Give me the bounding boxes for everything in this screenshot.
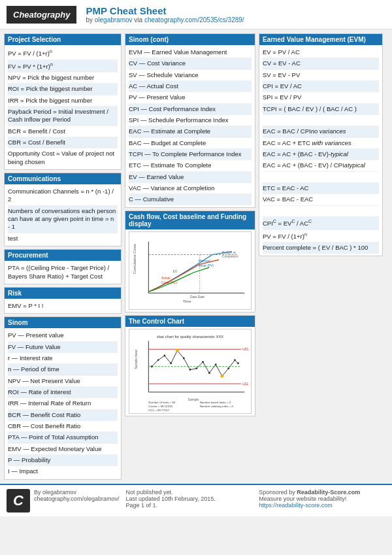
header: Cheatography PMP Cheat Sheet by olegabra… <box>0 0 392 29</box>
row-cbr: CBR = Cost / Benefit <box>8 137 118 148</box>
row-bcr: BCR = Benefit / Cost <box>8 126 118 137</box>
svg-text:EV: EV <box>173 270 178 273</box>
row-etc: ETC = EAC - AC <box>263 183 379 194</box>
row-vac: VAC = BAC - EAC <box>263 194 379 205</box>
section-procurement: Procurement PTA = ((Ceiling Price - Targ… <box>4 249 122 284</box>
url-link[interactable]: cheatography.com/20535/cs/3289/ <box>144 16 244 24</box>
row-sc-sv: SV — Schedule Variance <box>129 70 252 81</box>
footer-published: Not published yet. <box>125 489 252 496</box>
svg-text:Data Date: Data Date <box>190 295 204 299</box>
svg-text:Value (PV): Value (PV) <box>199 264 214 267</box>
row-s-cbr: CBR — Cost Benefit Ratio <box>8 421 118 432</box>
section-communications-body: Communication Channels = n * (n -1) / 2 … <box>5 184 121 246</box>
row-irr: IRR = Pick the biggest number <box>8 95 118 107</box>
row-eac-atypical: EAC = AC + (BAC - EV) / CPIatypical <box>263 160 379 171</box>
row-percent-complete: Percent complete = ( EV / BAC ) * 100 <box>263 243 379 253</box>
row-comm-conv: Numbers of conversations each person can… <box>8 206 118 233</box>
row-test: test <box>8 233 118 244</box>
svg-text:Sample mean: Sample mean <box>135 349 138 369</box>
row-npv: NPV = Pick the biggest number <box>8 73 118 84</box>
section-cashflow-header: Cash flow, Cost baseline and Funding dis… <box>125 211 255 229</box>
svg-point-31 <box>170 362 172 364</box>
page: Cheatography PMP Cheat Sheet by olegabra… <box>0 0 392 516</box>
row-spi: SPI = EV / PV <box>263 92 379 103</box>
cashflow-svg: Cumulative Costs Time Budget at Completi… <box>129 232 251 309</box>
svg-point-35 <box>202 361 204 363</box>
svg-text:Actual: Actual <box>161 277 171 280</box>
row-s-fv: FV — Future Value <box>8 342 118 353</box>
footer-sponsor-label: Sponsored by Readability-Score.com <box>259 489 385 496</box>
row-cv-evac: CV = EV - AC <box>263 58 379 69</box>
col-left: Project Selection PV = FV / (1+r)n FV = … <box>4 33 122 480</box>
control-chart-svg: xbar chart for quality characteristic XX… <box>129 329 251 413</box>
row-sc-bac: BAC — Budget at Complete <box>129 138 252 149</box>
row-sc-c: C — Cumulative <box>129 194 252 205</box>
svg-point-27 <box>221 375 224 378</box>
svg-point-34 <box>195 367 197 369</box>
footer-sponsor-link[interactable]: https://readability-score.com <box>259 502 333 509</box>
section-control-chart-header: The Control Chart <box>125 316 255 327</box>
section-project-selection: Project Selection PV = FV / (1+r)n FV = … <box>4 33 122 170</box>
svg-text:LCL: LCL <box>242 382 248 386</box>
row-comm-channels: Communication Channels = n * (n -1) / 2 <box>8 186 118 206</box>
row-spacer2 <box>263 172 379 183</box>
svg-text:Number violating rules = 4: Number violating rules = 4 <box>200 405 234 408</box>
row-s-pta: PTA — Point of Total Assumption <box>8 432 118 443</box>
section-control-chart-body: xbar chart for quality characteristic XX… <box>125 327 255 416</box>
row-emv: EMV = P * I ! <box>8 301 118 311</box>
row-sc-pv2: PV — Present Value <box>129 92 252 103</box>
section-procurement-header: Procurement <box>5 250 121 261</box>
row-s-n: n — Period of time <box>8 364 118 375</box>
row-s-i: I — Impact <box>8 466 118 477</box>
section-sinom-body: PV — Present value FV — Future Value r —… <box>5 328 121 479</box>
section-cashflow: Cash flow, Cost baseline and Funding dis… <box>125 210 255 312</box>
author-link[interactable]: olegabramov <box>95 16 133 24</box>
footer-profile-link[interactable]: cheatography.com/olegabramov/ <box>34 496 119 502</box>
row-pta: PTA = ((Ceiling Price - Target Price) / … <box>8 263 118 282</box>
svg-point-28 <box>151 365 153 367</box>
row-sc-spi: SPI — Schedule Performance Index <box>129 115 252 126</box>
row-roi: ROI = Pick the biggest number <box>8 84 118 95</box>
svg-point-30 <box>163 354 165 356</box>
row-tcpi: TCPI = ( BAC / EV ) / ( BAC / AC ) <box>263 104 379 115</box>
footer-updated: Last updated 10th February, 2015. <box>125 496 252 502</box>
row-s-npv: NPV — Net Present Value <box>8 376 118 387</box>
row-eac-withvar: EAC = AC + ETC with variances <box>263 138 379 149</box>
section-cashflow-body: Cumulative Costs Time Budget at Completi… <box>125 229 255 312</box>
row-sc-cpi: CPI — Cost Performance Index <box>129 104 252 115</box>
section-risk: Risk EMV = P * I ! <box>4 287 122 314</box>
row-eac-novar: EAC = BAC / CPIno variances <box>263 126 379 137</box>
row-s-emv: EMV — Expected Monetary Value <box>8 444 118 455</box>
header-title: PMP Cheat Sheet by olegabramov via cheat… <box>86 5 244 24</box>
row-pv-formula: PV = FV / (1+r)n <box>263 230 379 243</box>
footer-author-link[interactable]: olegabramov <box>42 489 76 496</box>
svg-point-29 <box>157 359 159 361</box>
row-payback: Payback Period = Initial Investment / Ca… <box>8 107 118 126</box>
footer: C By olegabramov cheatography.com/olegab… <box>0 484 392 516</box>
section-risk-body: EMV = P * I ! <box>5 299 121 313</box>
section-evm: Earned Value Management (EVM) EV = PV / … <box>259 33 383 256</box>
row-sc-cv: CV — Cost Variance <box>129 58 252 69</box>
svg-point-26 <box>176 349 179 352</box>
footer-middle: Not published yet. Last updated 10th Feb… <box>125 489 252 513</box>
svg-text:Number based limits = 2: Number based limits = 2 <box>200 401 231 404</box>
row-sc-evm: EVM — Earned Value Management <box>129 47 252 58</box>
col-right: Earned Value Management (EVM) EV = PV / … <box>259 33 383 480</box>
row-sv-evpv: SV = EV - PV <box>263 70 379 81</box>
footer-logo: C <box>7 489 30 513</box>
footer-right: Sponsored by Readability-Score.com Measu… <box>259 489 385 513</box>
section-sinom-cont-body: EVM — Earned Value Management CV — Cost … <box>125 45 255 207</box>
section-risk-header: Risk <box>5 288 121 299</box>
row-sc-eac: EAC — Estimate at Complete <box>129 126 252 137</box>
main-content: Project Selection PV = FV / (1+r)n FV = … <box>0 29 392 484</box>
footer-page: Page 1 of 1. <box>125 502 252 509</box>
row-sc-vac: VAC — Variance at Completion <box>129 183 252 194</box>
row-cpi: CPI = EV / AC <box>263 81 379 92</box>
section-evm-body: EV = PV / AC CV = EV - AC SV = EV - PV C… <box>259 45 382 256</box>
row-sc-ev: EV — Earned Value <box>129 172 252 183</box>
row-s-p: P — Probability <box>8 455 118 466</box>
svg-text:Completion: Completion <box>222 255 238 258</box>
section-control-chart: The Control Chart xbar chart for quality… <box>125 315 255 416</box>
svg-point-40 <box>237 362 239 364</box>
row-ev-pvac: EV = PV / AC <box>263 47 379 58</box>
